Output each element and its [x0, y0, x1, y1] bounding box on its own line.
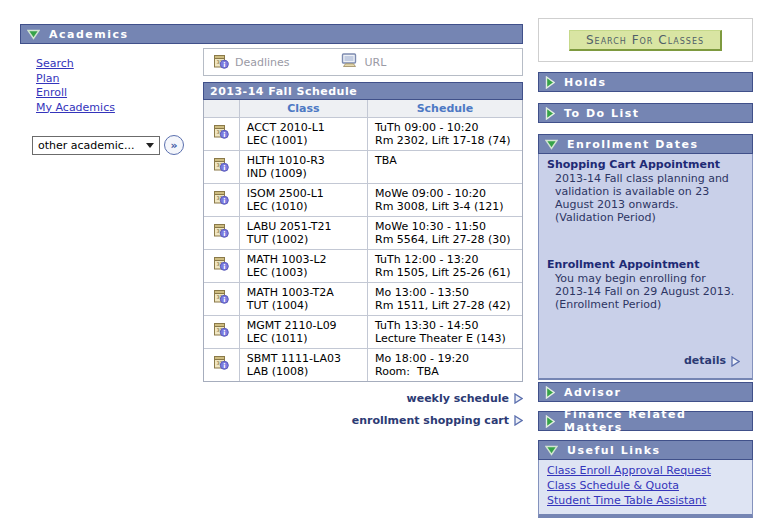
shopping-cart-appointment-heading: Shopping Cart Appointment — [547, 158, 744, 172]
table-row: 31i HLTH 1010-R3 IND (1009) TBA — [204, 150, 522, 183]
table-row: 31i ACCT 2010-L1 LEC (1001) TuTh 09:00 -… — [204, 117, 522, 150]
search-for-classes-box: Search For Classes — [538, 18, 753, 62]
deadline-calendar-icon[interactable]: 31i — [204, 283, 239, 315]
schedule-cell: Mo 18:00 - 19:20 Room: TBA — [367, 349, 522, 381]
svg-text:i: i — [224, 263, 226, 271]
other-academic-row: other academic... » — [32, 135, 184, 155]
enrollment-appointment-text: You may begin enrolling for 2013-14 Fall… — [555, 272, 744, 311]
nav-link-my-academics[interactable]: My Academics — [36, 101, 115, 116]
table-row: 31i SBMT 1111-LA03 LAB (1008) Mo 18:00 -… — [204, 348, 522, 381]
class-cell: HLTH 1010-R3 IND (1009) — [239, 151, 367, 183]
class-cell: ISOM 2500-L1 LEC (1010) — [239, 184, 367, 216]
go-button[interactable]: » — [164, 135, 184, 155]
table-row: 31i MGMT 2110-L09 LEC (1011) TuTh 13:30 … — [204, 315, 522, 348]
deadline-calendar-icon[interactable]: 31i — [204, 349, 239, 381]
todo-list-title: To Do List — [564, 107, 640, 120]
useful-links-content: Class Enroll Approval Request Class Sche… — [538, 460, 753, 518]
schedule-cell: TuTh 12:00 - 13:20 Rm 1505, Lift 25-26 (… — [367, 250, 522, 282]
svg-text:i: i — [223, 60, 225, 68]
schedule-column-header: Schedule — [367, 100, 522, 117]
academics-section-bar: Academics — [20, 24, 523, 44]
todo-list-section-bar[interactable]: To Do List — [538, 103, 753, 123]
link-student-timetable-assistant[interactable]: Student Time Table Assistant — [547, 493, 744, 508]
collapse-triangle-icon — [545, 139, 558, 150]
arrow-right-icon — [514, 415, 523, 426]
nav-link-enroll[interactable]: Enroll — [36, 86, 115, 101]
schedule-footer-links: weekly schedule enrollment shopping cart — [203, 392, 523, 427]
svg-text:i: i — [224, 296, 226, 304]
spacer — [547, 224, 744, 258]
deadlines-legend-label: Deadlines — [235, 56, 290, 69]
enrollment-dates-title: Enrollment Dates — [567, 138, 699, 151]
deadline-calendar-icon[interactable]: 31i — [204, 316, 239, 348]
arrow-right-icon — [514, 393, 523, 404]
dropdown-selected-value: other academic... — [38, 139, 134, 152]
details-label: details — [684, 354, 726, 368]
double-chevron-icon: » — [170, 139, 177, 152]
academics-title: Academics — [49, 28, 129, 41]
expand-triangle-icon — [545, 107, 555, 120]
weekly-schedule-link[interactable]: weekly schedule — [407, 392, 523, 405]
deadline-calendar-icon[interactable]: 31i — [204, 118, 239, 150]
finance-section-bar[interactable]: Finance Related Matters — [538, 411, 753, 431]
chevron-down-icon — [146, 143, 154, 148]
class-schedule-table: Class Schedule 31i ACCT 2010-L1 LEC (100… — [203, 100, 523, 382]
schedule-cell: MoWe 09:00 - 10:20 Rm 3008, Lift 3-4 (12… — [367, 184, 522, 216]
link-class-schedule-quota[interactable]: Class Schedule & Quota — [547, 478, 744, 493]
url-monitor-icon — [340, 53, 359, 71]
svg-text:i: i — [224, 197, 226, 205]
svg-text:i: i — [224, 164, 226, 172]
enrollment-shopping-cart-link[interactable]: enrollment shopping cart — [352, 414, 523, 427]
collapse-triangle-icon[interactable] — [27, 29, 40, 40]
advisor-title: Advisor — [564, 386, 621, 399]
collapse-triangle-icon — [545, 445, 558, 456]
holds-section-bar[interactable]: Holds — [538, 72, 753, 92]
schedule-cell: Mo 13:00 - 13:50 Rm 1511, Lift 27-28 (42… — [367, 283, 522, 315]
table-header-row: Class Schedule — [204, 100, 522, 117]
enrollment-appointment-heading: Enrollment Appointment — [547, 258, 744, 272]
shopping-cart-appointment-text: 2013-14 Fall class planning and validati… — [555, 172, 744, 224]
link-class-enroll-approval[interactable]: Class Enroll Approval Request — [547, 463, 744, 478]
class-cell: SBMT 1111-LA03 LAB (1008) — [239, 349, 367, 381]
url-legend-label: URL — [365, 56, 387, 69]
svg-text:i: i — [224, 230, 226, 238]
expand-triangle-icon — [545, 415, 555, 428]
useful-links-title: Useful Links — [567, 444, 661, 457]
advisor-section-bar[interactable]: Advisor — [538, 382, 753, 402]
arrow-right-icon — [731, 356, 740, 367]
schedule-cell: TBA — [367, 151, 522, 183]
class-cell: MATH 1003-T2A TUT (1004) — [239, 283, 367, 315]
deadline-calendar-icon[interactable]: 31i — [204, 151, 239, 183]
class-cell: LABU 2051-T21 TUT (1002) — [239, 217, 367, 249]
class-cell: MATH 1003-L2 LEC (1003) — [239, 250, 367, 282]
finance-title: Finance Related Matters — [564, 408, 746, 434]
svg-text:i: i — [224, 329, 226, 337]
useful-links-section-bar[interactable]: Useful Links — [538, 440, 753, 460]
enrollment-dates-section-bar[interactable]: Enrollment Dates — [538, 134, 753, 154]
deadline-calendar-icon[interactable]: 31i — [204, 217, 239, 249]
other-academic-dropdown[interactable]: other academic... — [32, 136, 160, 155]
details-link[interactable]: details — [684, 354, 740, 368]
shopping-cart-label: enrollment shopping cart — [352, 414, 509, 427]
schedule-content: 31 i Deadlines URL 2013-14 Fall Schedule… — [203, 48, 523, 436]
deadline-calendar-icon[interactable]: 31i — [204, 184, 239, 216]
schedule-cell: TuTh 09:00 - 10:20 Rm 2302, Lift 17-18 (… — [367, 118, 522, 150]
table-row: 31i MATH 1003-L2 LEC (1003) TuTh 12:00 -… — [204, 249, 522, 282]
left-nav: Search Plan Enroll My Academics — [36, 57, 115, 115]
icon-column-header — [204, 100, 239, 117]
deadline-calendar-icon[interactable]: 31i — [204, 250, 239, 282]
expand-triangle-icon — [545, 76, 555, 89]
holds-title: Holds — [564, 76, 606, 89]
nav-link-search[interactable]: Search — [36, 57, 115, 72]
expand-triangle-icon — [545, 386, 555, 399]
schedule-cell: MoWe 10:30 - 11:50 Rm 5564, Lift 27-28 (… — [367, 217, 522, 249]
schedule-cell: TuTh 13:30 - 14:50 Lecture Theater E (14… — [367, 316, 522, 348]
nav-link-plan[interactable]: Plan — [36, 72, 115, 87]
enrollment-dates-content: Shopping Cart Appointment 2013-14 Fall c… — [538, 154, 753, 380]
table-row: 31i LABU 2051-T21 TUT (1002) MoWe 10:30 … — [204, 216, 522, 249]
legend-box: 31 i Deadlines URL — [203, 48, 523, 76]
search-for-classes-button[interactable]: Search For Classes — [569, 30, 722, 51]
svg-text:i: i — [224, 131, 226, 139]
calendar-info-icon: 31 i — [213, 53, 229, 72]
table-row: 31i ISOM 2500-L1 LEC (1010) MoWe 09:00 -… — [204, 183, 522, 216]
